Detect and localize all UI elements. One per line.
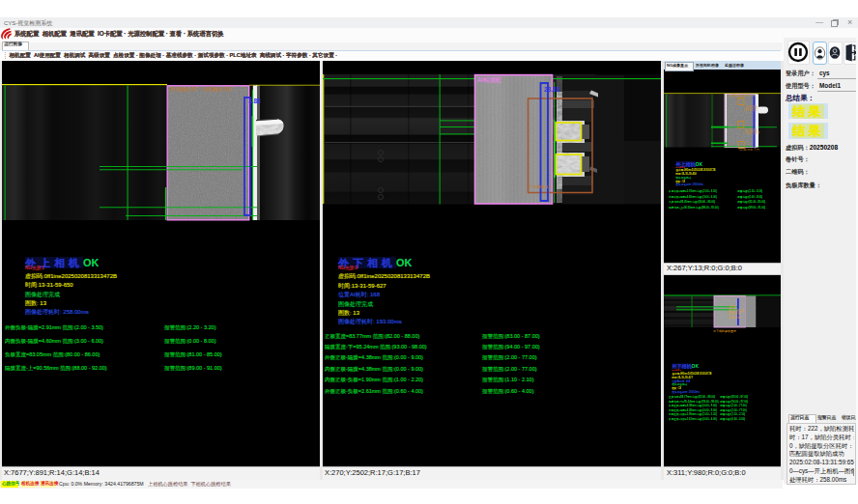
- svg-text:静态阈值:93，动态阈值:100: 静态阈值:93，动态阈值:100: [170, 86, 232, 93]
- svg-text:1.90 2.61: 1.90 2.61: [729, 316, 741, 320]
- svg-text:23.07,5.1: 23.07,5.1: [745, 108, 758, 112]
- svg-text:23.88: 23.88: [544, 86, 560, 93]
- svg-text:动态阈值:100 93: 动态阈值:100 93: [729, 94, 750, 98]
- svg-text:23.07,5.2 T: 23.07,5.2 T: [745, 131, 759, 135]
- svg-text:AI检测框: AI检测框: [477, 76, 501, 84]
- svg-text:外下相机参数显示: 外下相机参数显示: [713, 329, 736, 333]
- svg-text:12.46 扣片 T 凹: 12.46 扣片 T 凹: [739, 148, 759, 152]
- svg-text:3.88: 3.88: [248, 98, 261, 104]
- svg-text:干泽图像:13: 干泽图像:13: [529, 184, 551, 189]
